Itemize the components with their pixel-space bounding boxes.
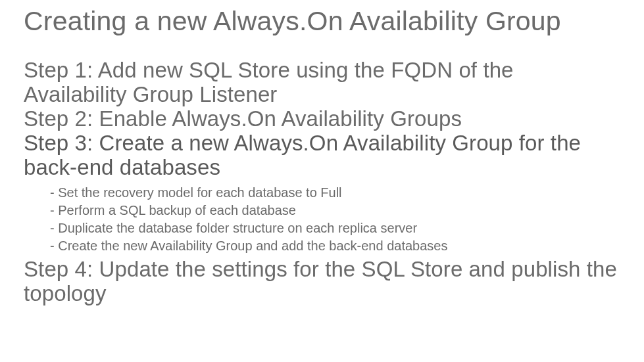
slide: Creating a new Always.On Availability Gr… xyxy=(0,0,644,306)
step-3-sublist: - Set the recovery model for each databa… xyxy=(50,184,620,255)
substep-a: - Set the recovery model for each databa… xyxy=(50,184,620,202)
substep-d: - Create the new Availability Group and … xyxy=(50,237,620,255)
substep-b: - Perform a SQL backup of each database xyxy=(50,202,620,219)
step-2: Step 2: Enable Always.On Availability Gr… xyxy=(24,107,620,131)
slide-title: Creating a new Always.On Availability Gr… xyxy=(24,7,620,36)
steps-list: Step 1: Add new SQL Store using the FQDN… xyxy=(24,58,620,306)
substep-c: - Duplicate the database folder structur… xyxy=(50,219,620,237)
step-4: Step 4: Update the settings for the SQL … xyxy=(24,258,620,306)
step-1: Step 1: Add new SQL Store using the FQDN… xyxy=(24,58,620,107)
step-3: Step 3: Create a new Always.On Availabil… xyxy=(24,131,620,180)
